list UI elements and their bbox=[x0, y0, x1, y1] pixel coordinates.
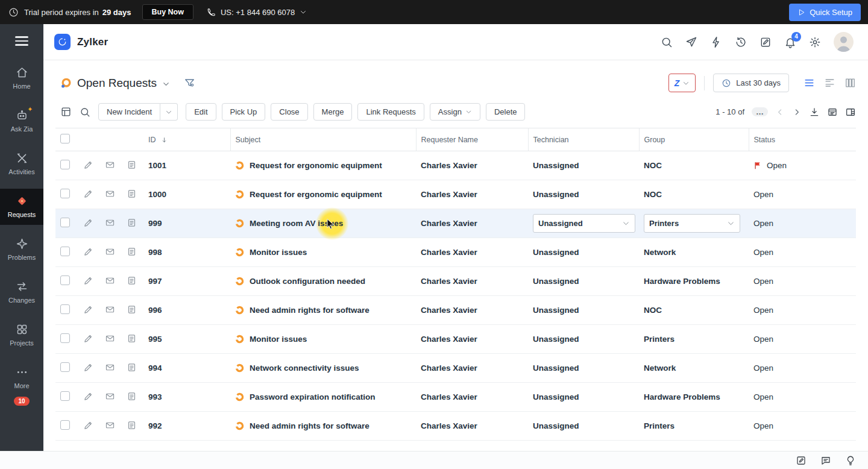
view-selector-chevron-icon[interactable] bbox=[162, 80, 171, 89]
email-row-icon[interactable] bbox=[105, 362, 115, 373]
request-subject-link[interactable]: Outlook configuration needed bbox=[250, 277, 365, 286]
edit-row-icon[interactable] bbox=[83, 362, 93, 373]
list-view-icon[interactable] bbox=[804, 77, 815, 89]
zia-view-button[interactable]: Z bbox=[668, 74, 696, 92]
email-row-icon[interactable] bbox=[105, 391, 115, 401]
brand[interactable]: Zylker bbox=[54, 34, 108, 50]
worklog-row-icon[interactable] bbox=[127, 218, 137, 228]
request-subject-link[interactable]: Monitor issues bbox=[250, 248, 307, 257]
email-row-icon[interactable] bbox=[105, 189, 115, 199]
new-incident-button[interactable]: New Incident bbox=[98, 103, 160, 121]
worklog-row-icon[interactable] bbox=[127, 420, 137, 430]
lightning-icon[interactable] bbox=[710, 36, 722, 48]
edit-row-icon[interactable] bbox=[83, 247, 93, 257]
report-view-icon[interactable] bbox=[827, 107, 838, 118]
email-row-icon[interactable] bbox=[105, 160, 115, 170]
sidebar-item-requests[interactable]: Requests bbox=[0, 189, 43, 225]
edit-row-icon[interactable] bbox=[83, 218, 93, 228]
request-id[interactable]: 994 bbox=[148, 364, 162, 373]
column-header-status[interactable]: Status bbox=[749, 128, 856, 151]
email-row-icon[interactable] bbox=[105, 247, 115, 257]
row-checkbox[interactable] bbox=[60, 247, 70, 256]
pick-up-button[interactable]: Pick Up bbox=[222, 103, 266, 121]
user-avatar[interactable] bbox=[834, 32, 854, 52]
request-id[interactable]: 1001 bbox=[148, 161, 166, 170]
request-subject-link[interactable]: Request for ergonomic equipment bbox=[250, 161, 382, 170]
column-view-icon[interactable] bbox=[844, 77, 856, 89]
request-id[interactable]: 992 bbox=[148, 421, 162, 430]
table-row[interactable]: 993 Password expiration notification Cha… bbox=[55, 383, 856, 412]
merge-button[interactable]: Merge bbox=[313, 103, 353, 121]
edit-row-icon[interactable] bbox=[83, 189, 93, 199]
worklog-row-icon[interactable] bbox=[127, 189, 137, 199]
column-header-group[interactable]: Group bbox=[639, 128, 749, 151]
edit-row-icon[interactable] bbox=[83, 160, 93, 170]
row-checkbox[interactable] bbox=[60, 391, 70, 401]
edit-row-icon[interactable] bbox=[83, 304, 93, 315]
table-row[interactable]: 1001 Request for ergonomic equipment Cha… bbox=[55, 151, 856, 180]
worklog-row-icon[interactable] bbox=[127, 247, 137, 257]
table-row[interactable]: 994 Network connectivity issues Charles … bbox=[55, 354, 856, 383]
edit-row-icon[interactable] bbox=[83, 420, 93, 430]
table-row[interactable]: 992 Need admin rights for software Charl… bbox=[55, 412, 856, 441]
email-row-icon[interactable] bbox=[105, 275, 115, 286]
hamburger-menu-icon[interactable] bbox=[15, 36, 28, 46]
row-checkbox[interactable] bbox=[60, 304, 70, 314]
lightbulb-icon[interactable] bbox=[845, 455, 856, 466]
link-requests-button[interactable]: Link Requests bbox=[357, 103, 424, 121]
sidebar-item-home[interactable]: Home bbox=[0, 60, 43, 96]
pagination-total-button[interactable]: … bbox=[752, 107, 768, 116]
technician-select[interactable]: Unassigned bbox=[533, 214, 635, 233]
request-subject-link[interactable]: Need admin rights for software bbox=[250, 306, 370, 315]
request-id[interactable]: 993 bbox=[148, 392, 162, 401]
settings-gear-icon[interactable] bbox=[809, 36, 821, 48]
notifications-bell-icon[interactable]: 4 bbox=[784, 36, 796, 48]
column-chooser-icon[interactable] bbox=[845, 107, 856, 118]
worklog-row-icon[interactable] bbox=[127, 362, 137, 373]
row-checkbox[interactable] bbox=[60, 160, 70, 169]
history-icon[interactable] bbox=[735, 36, 747, 48]
table-row[interactable]: 999 Meeting room AV issues Charles Xavie… bbox=[55, 209, 856, 238]
search-icon[interactable] bbox=[661, 36, 673, 48]
row-checkbox[interactable] bbox=[60, 275, 70, 285]
row-checkbox[interactable] bbox=[60, 218, 70, 227]
worklog-row-icon[interactable] bbox=[127, 275, 137, 286]
table-row[interactable]: 1000 Request for ergonomic equipment Cha… bbox=[55, 180, 856, 209]
request-id[interactable]: 995 bbox=[148, 335, 162, 344]
sidebar-item-projects[interactable]: Projects bbox=[0, 317, 43, 353]
sidebar-item-more[interactable]: More 10 bbox=[0, 360, 43, 412]
row-checkbox[interactable] bbox=[60, 189, 70, 198]
table-row[interactable]: 997 Outlook configuration needed Charles… bbox=[55, 267, 856, 296]
worklog-row-icon[interactable] bbox=[127, 160, 137, 170]
request-subject-link[interactable]: Need admin rights for software bbox=[250, 421, 370, 430]
row-checkbox[interactable] bbox=[60, 420, 70, 430]
request-id[interactable]: 1000 bbox=[148, 190, 166, 199]
worklog-row-icon[interactable] bbox=[127, 391, 137, 401]
assign-button[interactable]: Assign bbox=[430, 103, 480, 121]
sidebar-item-ask-zia[interactable]: ✦ Ask Zia bbox=[0, 103, 43, 139]
edit-button[interactable]: Edit bbox=[186, 103, 216, 121]
table-row[interactable]: 998 Monitor issues Charles Xavier Unassi… bbox=[55, 238, 856, 267]
compose-icon[interactable] bbox=[760, 36, 772, 48]
sidebar-item-problems[interactable]: Problems bbox=[0, 231, 43, 268]
edit-row-icon[interactable] bbox=[83, 275, 93, 286]
request-id[interactable]: 997 bbox=[148, 277, 162, 286]
worklog-row-icon[interactable] bbox=[127, 333, 137, 344]
feedback-icon[interactable] bbox=[796, 455, 807, 466]
table-row[interactable]: 996 Need admin rights for software Charl… bbox=[55, 296, 856, 325]
request-subject-link[interactable]: Monitor issues bbox=[250, 335, 307, 344]
row-checkbox[interactable] bbox=[60, 333, 70, 343]
worklog-row-icon[interactable] bbox=[127, 304, 137, 315]
quick-setup-button[interactable]: Quick Setup bbox=[789, 4, 861, 21]
select-all-checkbox[interactable] bbox=[60, 134, 70, 143]
request-id[interactable]: 996 bbox=[148, 306, 162, 315]
delete-button[interactable]: Delete bbox=[486, 103, 526, 121]
row-checkbox[interactable] bbox=[60, 362, 70, 372]
email-row-icon[interactable] bbox=[105, 333, 115, 344]
sidebar-item-changes[interactable]: Changes bbox=[0, 274, 43, 310]
table-row[interactable]: 995 Monitor issues Charles Xavier Unassi… bbox=[55, 325, 856, 354]
next-page-icon[interactable] bbox=[792, 107, 802, 117]
detail-view-icon[interactable] bbox=[824, 77, 835, 89]
request-subject-link[interactable]: Password expiration notification bbox=[250, 392, 376, 401]
sidebar-item-activities[interactable]: Activities bbox=[0, 146, 43, 182]
